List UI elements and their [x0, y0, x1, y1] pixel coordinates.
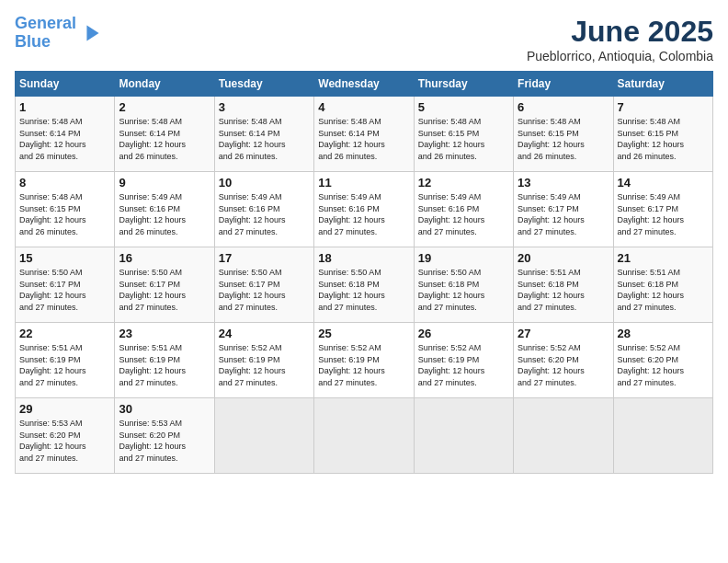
day-cell: 21Sunrise: 5:51 AM Sunset: 6:18 PM Dayli… [613, 247, 712, 323]
day-number: 14 [618, 176, 709, 190]
day-info: Sunrise: 5:50 AM Sunset: 6:18 PM Dayligh… [418, 267, 509, 313]
day-number: 4 [318, 100, 409, 114]
day-info: Sunrise: 5:48 AM Sunset: 6:15 PM Dayligh… [618, 116, 709, 162]
day-info: Sunrise: 5:48 AM Sunset: 6:14 PM Dayligh… [119, 116, 210, 162]
title-area: June 2025 Pueblorrico, Antioquia, Colomb… [527, 15, 713, 63]
day-info: Sunrise: 5:49 AM Sunset: 6:17 PM Dayligh… [618, 191, 709, 237]
day-cell [514, 398, 613, 474]
day-info: Sunrise: 5:53 AM Sunset: 6:20 PM Dayligh… [119, 418, 210, 464]
calendar-header-row: SundayMondayTuesdayWednesdayThursdayFrid… [16, 72, 713, 97]
day-number: 6 [518, 100, 609, 114]
day-info: Sunrise: 5:48 AM Sunset: 6:14 PM Dayligh… [318, 116, 409, 162]
day-info: Sunrise: 5:48 AM Sunset: 6:14 PM Dayligh… [219, 116, 310, 162]
day-cell: 9Sunrise: 5:49 AM Sunset: 6:16 PM Daylig… [115, 172, 214, 247]
day-cell: 3Sunrise: 5:48 AM Sunset: 6:14 PM Daylig… [214, 97, 313, 172]
day-cell: 16Sunrise: 5:50 AM Sunset: 6:17 PM Dayli… [115, 247, 214, 323]
header-monday: Monday [115, 72, 214, 97]
logo-text: General Blue [15, 15, 76, 52]
day-info: Sunrise: 5:48 AM Sunset: 6:15 PM Dayligh… [518, 116, 609, 162]
day-info: Sunrise: 5:52 AM Sunset: 6:19 PM Dayligh… [219, 342, 310, 388]
day-cell [414, 398, 513, 474]
header-friday: Friday [514, 72, 613, 97]
day-cell: 19Sunrise: 5:50 AM Sunset: 6:18 PM Dayli… [414, 247, 513, 323]
day-number: 28 [618, 327, 709, 340]
day-number: 13 [518, 176, 609, 190]
day-cell: 23Sunrise: 5:51 AM Sunset: 6:19 PM Dayli… [115, 323, 214, 398]
day-cell [314, 398, 414, 474]
day-info: Sunrise: 5:48 AM Sunset: 6:14 PM Dayligh… [19, 116, 110, 162]
header-sunday: Sunday [16, 72, 115, 97]
svg-marker-0 [87, 25, 99, 40]
day-info: Sunrise: 5:51 AM Sunset: 6:19 PM Dayligh… [19, 342, 110, 388]
day-number: 17 [219, 251, 310, 265]
week-row-1: 1Sunrise: 5:48 AM Sunset: 6:14 PM Daylig… [16, 97, 713, 172]
day-number: 8 [19, 176, 110, 190]
day-number: 18 [318, 251, 409, 265]
header-wednesday: Wednesday [314, 72, 414, 97]
day-number: 16 [119, 251, 210, 265]
day-cell: 25Sunrise: 5:52 AM Sunset: 6:19 PM Dayli… [314, 323, 414, 398]
day-cell: 20Sunrise: 5:51 AM Sunset: 6:18 PM Dayli… [514, 247, 613, 323]
logo-icon [80, 20, 106, 46]
day-number: 20 [518, 251, 609, 265]
day-cell: 13Sunrise: 5:49 AM Sunset: 6:17 PM Dayli… [514, 172, 613, 247]
day-cell: 12Sunrise: 5:49 AM Sunset: 6:16 PM Dayli… [414, 172, 513, 247]
day-cell: 8Sunrise: 5:48 AM Sunset: 6:15 PM Daylig… [16, 172, 115, 247]
day-number: 24 [219, 327, 310, 340]
week-row-4: 22Sunrise: 5:51 AM Sunset: 6:19 PM Dayli… [16, 323, 713, 398]
day-info: Sunrise: 5:50 AM Sunset: 6:17 PM Dayligh… [219, 267, 310, 313]
day-cell: 1Sunrise: 5:48 AM Sunset: 6:14 PM Daylig… [16, 97, 115, 172]
day-cell: 11Sunrise: 5:49 AM Sunset: 6:16 PM Dayli… [314, 172, 414, 247]
day-info: Sunrise: 5:50 AM Sunset: 6:17 PM Dayligh… [119, 267, 210, 313]
day-info: Sunrise: 5:50 AM Sunset: 6:18 PM Dayligh… [318, 267, 409, 313]
header-tuesday: Tuesday [214, 72, 313, 97]
header-saturday: Saturday [613, 72, 712, 97]
calendar-subtitle: Pueblorrico, Antioquia, Colombia [527, 49, 713, 63]
day-number: 21 [618, 251, 709, 265]
day-cell [214, 398, 313, 474]
header: General Blue June 2025 Pueblorrico, Anti… [15, 15, 713, 63]
day-info: Sunrise: 5:52 AM Sunset: 6:19 PM Dayligh… [418, 342, 509, 388]
day-number: 2 [119, 100, 210, 114]
day-info: Sunrise: 5:49 AM Sunset: 6:17 PM Dayligh… [518, 191, 609, 237]
day-number: 5 [418, 100, 509, 114]
day-number: 30 [119, 402, 210, 416]
day-number: 11 [318, 176, 409, 190]
day-number: 7 [618, 100, 709, 114]
day-cell: 30Sunrise: 5:53 AM Sunset: 6:20 PM Dayli… [115, 398, 214, 474]
day-number: 10 [219, 176, 310, 190]
day-info: Sunrise: 5:50 AM Sunset: 6:17 PM Dayligh… [19, 267, 110, 313]
day-number: 23 [119, 327, 210, 340]
day-number: 27 [518, 327, 609, 340]
day-info: Sunrise: 5:49 AM Sunset: 6:16 PM Dayligh… [418, 191, 509, 237]
logo-line1: General [15, 14, 76, 32]
day-cell: 22Sunrise: 5:51 AM Sunset: 6:19 PM Dayli… [16, 323, 115, 398]
day-cell: 14Sunrise: 5:49 AM Sunset: 6:17 PM Dayli… [613, 172, 712, 247]
day-info: Sunrise: 5:49 AM Sunset: 6:16 PM Dayligh… [119, 191, 210, 237]
header-thursday: Thursday [414, 72, 513, 97]
day-number: 25 [318, 327, 409, 340]
day-info: Sunrise: 5:49 AM Sunset: 6:16 PM Dayligh… [219, 191, 310, 237]
day-cell: 7Sunrise: 5:48 AM Sunset: 6:15 PM Daylig… [613, 97, 712, 172]
week-row-2: 8Sunrise: 5:48 AM Sunset: 6:15 PM Daylig… [16, 172, 713, 247]
day-cell: 6Sunrise: 5:48 AM Sunset: 6:15 PM Daylig… [514, 97, 613, 172]
day-cell [613, 398, 712, 474]
logo: General Blue [15, 15, 106, 52]
day-info: Sunrise: 5:49 AM Sunset: 6:16 PM Dayligh… [318, 191, 409, 237]
day-number: 26 [418, 327, 509, 340]
day-info: Sunrise: 5:51 AM Sunset: 6:18 PM Dayligh… [518, 267, 609, 313]
day-info: Sunrise: 5:48 AM Sunset: 6:15 PM Dayligh… [418, 116, 509, 162]
day-cell: 2Sunrise: 5:48 AM Sunset: 6:14 PM Daylig… [115, 97, 214, 172]
day-number: 29 [19, 402, 110, 416]
day-info: Sunrise: 5:52 AM Sunset: 6:20 PM Dayligh… [618, 342, 709, 388]
day-info: Sunrise: 5:52 AM Sunset: 6:20 PM Dayligh… [518, 342, 609, 388]
day-cell: 4Sunrise: 5:48 AM Sunset: 6:14 PM Daylig… [314, 97, 414, 172]
day-info: Sunrise: 5:48 AM Sunset: 6:15 PM Dayligh… [19, 191, 110, 237]
day-cell: 17Sunrise: 5:50 AM Sunset: 6:17 PM Dayli… [214, 247, 313, 323]
day-number: 19 [418, 251, 509, 265]
day-info: Sunrise: 5:51 AM Sunset: 6:19 PM Dayligh… [119, 342, 210, 388]
day-info: Sunrise: 5:52 AM Sunset: 6:19 PM Dayligh… [318, 342, 409, 388]
day-cell: 18Sunrise: 5:50 AM Sunset: 6:18 PM Dayli… [314, 247, 414, 323]
day-number: 9 [119, 176, 210, 190]
day-cell: 28Sunrise: 5:52 AM Sunset: 6:20 PM Dayli… [613, 323, 712, 398]
